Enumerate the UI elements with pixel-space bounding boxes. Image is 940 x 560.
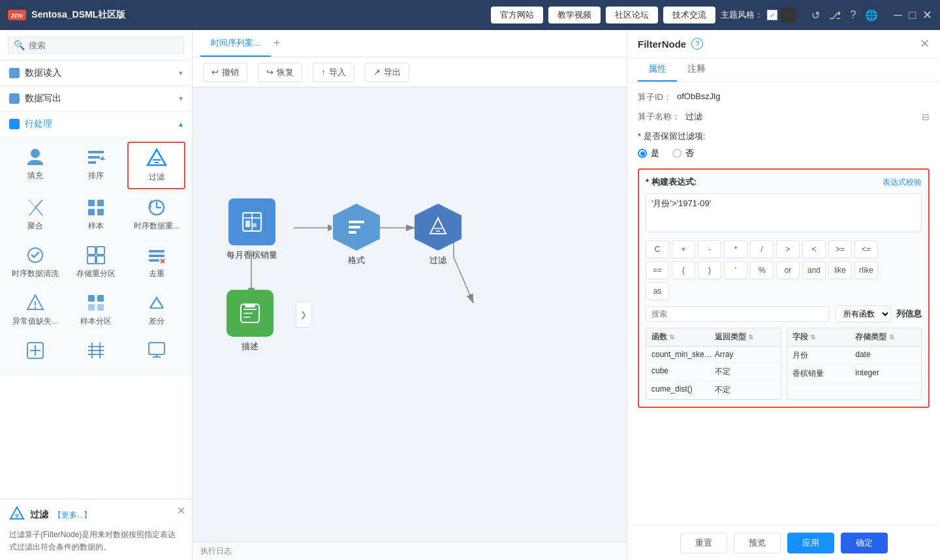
- theme-dark-option[interactable]: [781, 8, 796, 22]
- preview-button[interactable]: 预览: [734, 533, 781, 553]
- nav-btn-forum[interactable]: 社区论坛: [606, 7, 658, 23]
- minimize-button[interactable]: ─: [894, 9, 902, 21]
- radio-no[interactable]: 否: [672, 148, 694, 159]
- tab-properties[interactable]: 属性: [638, 58, 677, 82]
- algo-id-field: 算子ID： ofObBszJlg: [638, 91, 930, 103]
- col-row-0[interactable]: 月份 date: [787, 347, 922, 365]
- right-panel: FilterNode ? ✕ 属性 注释 算子ID： ofObBszJlg 算子…: [627, 30, 940, 560]
- node-sample-icon: [86, 197, 106, 218]
- node-dedup[interactable]: 去重: [127, 240, 185, 285]
- search-input-wrap[interactable]: 🔍: [8, 37, 184, 54]
- category-data-output-header[interactable]: 数据写出 ▾: [0, 86, 192, 111]
- node-extra-3[interactable]: [127, 335, 185, 369]
- search-icon: 🔍: [14, 40, 25, 50]
- node-sample-partition-icon: [86, 292, 106, 313]
- category-row-processing-header[interactable]: 行处理 ▴: [0, 112, 192, 136]
- expr-search-input[interactable]: [646, 306, 830, 322]
- undo-button[interactable]: ↩ 撤销: [203, 63, 247, 82]
- op-plus[interactable]: +: [672, 240, 695, 258]
- redo-button[interactable]: ↪ 恢复: [258, 63, 302, 82]
- theme-section: 主题风格： ✓: [721, 8, 796, 22]
- search-input[interactable]: [29, 40, 178, 50]
- op-minus[interactable]: -: [698, 240, 721, 258]
- apply-button[interactable]: 应用: [787, 533, 834, 553]
- node-storage-repartition[interactable]: 存储重分区: [67, 240, 125, 285]
- op-gt[interactable]: >: [776, 240, 800, 258]
- node-describe[interactable]: 描述: [227, 290, 274, 352]
- title-bar: znv Sentosa_DSML社区版 官方网站 教学视频 社区论坛 技术交流 …: [0, 0, 940, 30]
- node-extra-1[interactable]: [7, 335, 65, 369]
- category-data-input-header[interactable]: 数据读入 ▾: [0, 61, 192, 86]
- keep-filter-label: * 是否保留过滤项:: [638, 131, 930, 142]
- func-row-0[interactable]: count_min_sketch... Array: [646, 347, 781, 363]
- undo-label: 撤销: [222, 67, 239, 78]
- node-sample[interactable]: 样本: [67, 192, 125, 237]
- node-desc-close[interactable]: ✕: [177, 505, 185, 517]
- node-format[interactable]: 格式: [333, 204, 380, 266]
- node-desc-more[interactable]: 【更多...】: [54, 510, 91, 521]
- op-rparen[interactable]: ): [698, 261, 721, 279]
- tab-add[interactable]: +: [274, 37, 281, 50]
- branch-icon[interactable]: ⎇: [829, 9, 841, 22]
- maximize-button[interactable]: □: [909, 9, 916, 21]
- func-row-1[interactable]: cube 不定: [646, 363, 781, 381]
- op-divide[interactable]: /: [750, 240, 774, 258]
- op-and[interactable]: and: [802, 261, 826, 279]
- panel-help-button[interactable]: ?: [691, 38, 703, 50]
- op-lt[interactable]: <: [802, 240, 826, 258]
- close-button[interactable]: ✕: [922, 9, 932, 21]
- expand-panel-button[interactable]: ❯: [296, 302, 310, 328]
- op-gte[interactable]: >=: [828, 240, 852, 258]
- op-as[interactable]: as: [646, 282, 669, 300]
- node-timeseries-rebuild[interactable]: 时序数据重...: [127, 192, 185, 237]
- confirm-button[interactable]: 确定: [841, 533, 888, 553]
- func-row-2[interactable]: cume_dist() 不定: [646, 381, 781, 399]
- node-timeseries-clean[interactable]: 时序数据清洗: [7, 240, 65, 285]
- category-row-processing-arrow: ▴: [179, 119, 183, 129]
- node-sample-partition[interactable]: 样本分区: [67, 287, 125, 332]
- tab-timeseries[interactable]: 时间序列案...: [200, 30, 271, 57]
- node-filter-canvas-1[interactable]: 过滤: [415, 204, 462, 266]
- op-C[interactable]: C: [646, 240, 669, 258]
- node-diff[interactable]: 差分: [127, 287, 185, 332]
- nav-btn-tutorial[interactable]: 教学视频: [548, 7, 601, 23]
- col-type-header: 存储类型 ⇅: [855, 332, 916, 343]
- op-lte[interactable]: <=: [854, 240, 878, 258]
- op-lparen[interactable]: (: [672, 261, 695, 279]
- op-mod[interactable]: %: [750, 261, 774, 279]
- panel-close-button[interactable]: ✕: [920, 37, 930, 51]
- help-icon[interactable]: ?: [850, 9, 856, 21]
- op-rlike[interactable]: rlike: [854, 261, 878, 279]
- exec-log-label: 执行日志: [200, 546, 232, 557]
- globe-icon[interactable]: 🌐: [865, 9, 878, 22]
- node-timeseries-rebuild-label: 时序数据重...: [134, 221, 180, 232]
- panel-header: FilterNode ? ✕: [627, 30, 940, 58]
- refresh-icon[interactable]: ↺: [811, 9, 820, 22]
- expr-func-filter[interactable]: 所有函数: [835, 305, 891, 322]
- op-or[interactable]: or: [776, 261, 800, 279]
- expr-textarea[interactable]: '月份'>'1971-09': [646, 193, 922, 232]
- node-anomaly-fill[interactable]: 异常值缺失...: [7, 287, 65, 332]
- nav-btn-tech[interactable]: 技术交流: [663, 7, 715, 23]
- op-like[interactable]: like: [828, 261, 852, 279]
- toolbar: ↩ 撤销 ↪ 恢复 ↑ 导入 ↗ 导出: [193, 57, 627, 87]
- tab-notes[interactable]: 注释: [677, 58, 716, 82]
- expr-validate-button[interactable]: 表达式校验: [883, 177, 922, 188]
- radio-yes[interactable]: 是: [638, 148, 659, 159]
- node-fill[interactable]: 填充: [7, 142, 65, 189]
- nav-btn-official[interactable]: 官方网站: [491, 7, 543, 23]
- node-filter[interactable]: 过滤: [127, 142, 185, 189]
- node-sort[interactable]: 排序: [67, 142, 125, 189]
- node-aggregate[interactable]: 聚合: [7, 192, 65, 237]
- import-button[interactable]: ↑ 导入: [313, 63, 354, 82]
- export-button[interactable]: ↗ 导出: [365, 63, 409, 82]
- op-eq[interactable]: ==: [646, 261, 669, 279]
- op-multiply[interactable]: *: [724, 240, 747, 258]
- theme-checkbox[interactable]: ✓: [767, 10, 777, 20]
- col-row-1[interactable]: 香槟销量 integer: [787, 365, 922, 383]
- node-extra-2[interactable]: [67, 335, 125, 369]
- reset-button[interactable]: 重置: [680, 533, 727, 553]
- node-monthly-incense[interactable]: 每月香槟销量: [227, 198, 277, 261]
- algo-name-expand-icon[interactable]: ⊟: [922, 112, 930, 122]
- op-quote[interactable]: ': [724, 261, 747, 279]
